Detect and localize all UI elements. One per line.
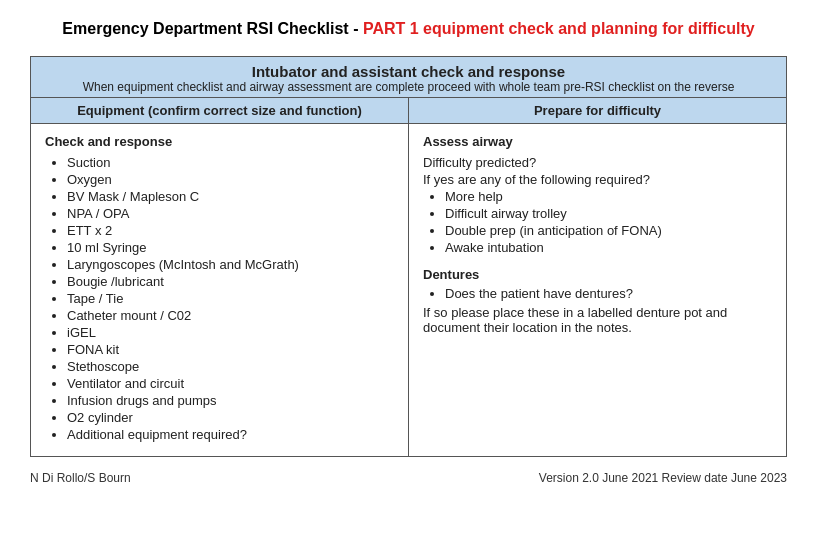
page-title: Emergency Department RSI Checklist - PAR…	[30, 20, 787, 38]
assess-title: Assess airway	[423, 134, 772, 149]
assess-section: Assess airway Difficulty predicted? If y…	[423, 134, 772, 255]
list-item: Awake intubation	[445, 240, 772, 255]
col-header-left: Equipment (confirm correct size and func…	[31, 98, 409, 124]
table-header: Intubator and assistant check and respon…	[31, 57, 787, 98]
header-title: Intubator and assistant check and respon…	[41, 63, 776, 80]
equipment-list: SuctionOxygenBV Mask / Mapleson CNPA / O…	[45, 155, 394, 442]
list-item: BV Mask / Mapleson C	[67, 189, 394, 204]
list-item: 10 ml Syringe	[67, 240, 394, 255]
assess-line2: If yes are any of the following required…	[423, 172, 772, 187]
list-item: Stethoscope	[67, 359, 394, 374]
list-item: O2 cylinder	[67, 410, 394, 425]
list-item: ETT x 2	[67, 223, 394, 238]
list-item: Catheter mount / C02	[67, 308, 394, 323]
list-item: Does the patient have dentures?	[445, 286, 772, 301]
left-section-title: Check and response	[45, 134, 394, 149]
list-item: Bougie /lubricant	[67, 274, 394, 289]
footer: N Di Rollo/S Bourn Version 2.0 June 2021…	[30, 471, 787, 485]
list-item: Suction	[67, 155, 394, 170]
header-subtitle: When equipment checklist and airway asse…	[41, 80, 776, 94]
dentures-note: If so please place these in a labelled d…	[423, 305, 772, 335]
list-item: NPA / OPA	[67, 206, 394, 221]
list-item: More help	[445, 189, 772, 204]
title-highlight: PART 1 equipment check and planning for …	[363, 20, 755, 37]
dentures-title: Dentures	[423, 267, 772, 282]
footer-right: Version 2.0 June 2021 Review date June 2…	[539, 471, 787, 485]
list-item: Oxygen	[67, 172, 394, 187]
dentures-list: Does the patient have dentures?	[423, 286, 772, 301]
left-column: Check and response SuctionOxygenBV Mask …	[31, 124, 409, 457]
list-item: Infusion drugs and pumps	[67, 393, 394, 408]
list-item: Laryngoscopes (McIntosh and McGrath)	[67, 257, 394, 272]
list-item: Additional equipment required?	[67, 427, 394, 442]
content-row: Check and response SuctionOxygenBV Mask …	[31, 124, 787, 457]
title-normal: Emergency Department RSI Checklist -	[62, 20, 363, 37]
right-column: Assess airway Difficulty predicted? If y…	[409, 124, 787, 457]
col-header-right: Prepare for difficulty	[409, 98, 787, 124]
assess-list: More helpDifficult airway trolleyDouble …	[423, 189, 772, 255]
assess-line1: Difficulty predicted?	[423, 155, 772, 170]
dentures-section: Dentures Does the patient have dentures?…	[423, 267, 772, 335]
list-item: FONA kit	[67, 342, 394, 357]
list-item: Ventilator and circuit	[67, 376, 394, 391]
footer-left: N Di Rollo/S Bourn	[30, 471, 131, 485]
list-item: Double prep (in anticipation of FONA)	[445, 223, 772, 238]
main-table: Intubator and assistant check and respon…	[30, 56, 787, 457]
list-item: Difficult airway trolley	[445, 206, 772, 221]
list-item: Tape / Tie	[67, 291, 394, 306]
list-item: iGEL	[67, 325, 394, 340]
column-headers-row: Equipment (confirm correct size and func…	[31, 98, 787, 124]
